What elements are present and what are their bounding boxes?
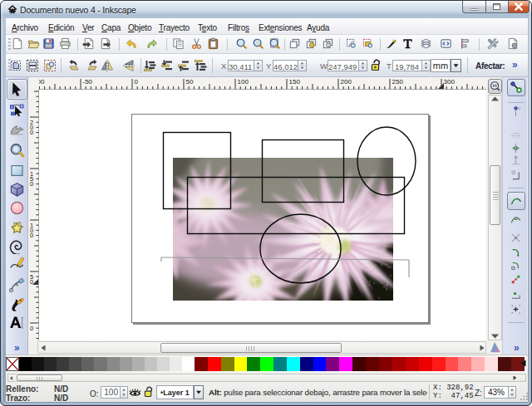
svg-text:50: 50 [186, 78, 194, 86]
svg-text:0: 0 [30, 129, 33, 136]
svg-text:0: 0 [30, 325, 33, 332]
svg-text:0: 0 [30, 232, 33, 239]
svg-text:150: 150 [289, 78, 301, 86]
svg-text:200: 200 [341, 78, 352, 86]
svg-text:-50: -50 [83, 78, 93, 86]
svg-text:250: 250 [392, 78, 404, 86]
svg-text:100: 100 [238, 78, 249, 86]
svg-text:0: 0 [30, 180, 33, 188]
svg-text:300: 300 [444, 78, 456, 86]
svg-text:0: 0 [135, 78, 139, 86]
